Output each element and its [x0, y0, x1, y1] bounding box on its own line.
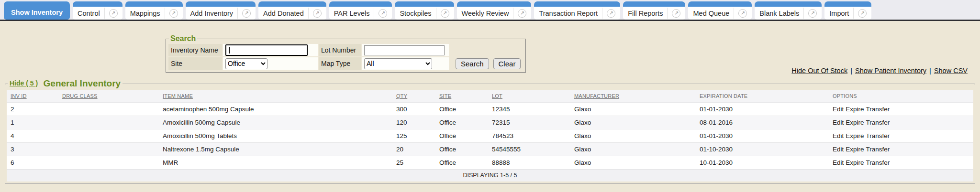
column-header-qty[interactable]: QTY	[392, 90, 435, 102]
link-show-patient-inventory[interactable]: Show Patient Inventory	[855, 67, 926, 75]
site-select[interactable]: Office	[225, 58, 267, 69]
option-transfer[interactable]: Transfer	[866, 146, 890, 153]
option-expire[interactable]: Expire	[846, 146, 864, 153]
cell-item-name: Naltrexone 1.5mg Capsule	[159, 142, 392, 156]
column-header-item-name[interactable]: ITEM NAME	[159, 90, 392, 102]
tab-control[interactable]: Control↗	[73, 1, 122, 20]
tab-divider	[436, 8, 436, 19]
cell-item-name: acetaminophen 500mg Capsule	[159, 102, 392, 116]
popout-icon[interactable]: ↗	[518, 9, 526, 18]
cell-lot: 88888	[488, 156, 570, 169]
general-inventory-title: General Inventory	[44, 78, 121, 88]
cell-lot: 12345	[488, 102, 570, 116]
popout-icon[interactable]: ↗	[313, 9, 322, 18]
popout-icon[interactable]: ↗	[858, 9, 867, 18]
link-show-csv[interactable]: Show CSV	[934, 67, 968, 75]
lot-number-cell	[362, 44, 449, 56]
tab-import[interactable]: Import↗	[824, 1, 871, 20]
table-row: 1Amoxicillin 500mg Capsule120Office72315…	[7, 116, 973, 129]
popout-icon[interactable]: ↗	[607, 9, 615, 18]
cell-qty: 20	[392, 142, 435, 156]
search-legend: Search	[169, 34, 197, 43]
tab-body: Add Donated↗	[258, 7, 326, 20]
cell-expiration-date: 08-01-2016	[696, 116, 829, 129]
header-row: INV IDDRUG CLASSITEM NAMEQTYSITELOTMANUF…	[7, 90, 973, 102]
tab-add-inventory[interactable]: Add Inventory↗	[186, 1, 256, 20]
tab-body: Import↗	[824, 7, 871, 20]
cell-options: EditExpireTransfer	[829, 102, 973, 116]
tab-med-queue[interactable]: Med Queue↗	[688, 1, 752, 20]
inventory-name-input[interactable]	[225, 44, 308, 56]
cell-expiration-date: 01-01-2030	[696, 102, 829, 116]
option-transfer[interactable]: Transfer	[866, 106, 890, 113]
option-edit[interactable]: Edit	[833, 146, 844, 153]
option-expire[interactable]: Expire	[846, 132, 864, 139]
cell-inv-id: 4	[7, 129, 58, 142]
link-hide-out-of-stock[interactable]: Hide Out Of Stock	[791, 67, 847, 75]
tab-blank-labels[interactable]: Blank Labels↗	[755, 1, 822, 20]
popout-icon[interactable]: ↗	[109, 9, 118, 18]
inventory-name-label: Inventory Name	[168, 44, 222, 56]
column-header-manufacturer[interactable]: MANUFACTURER	[570, 90, 696, 102]
cell-options: EditExpireTransfer	[829, 156, 973, 169]
tab-body: Weekly Review↗	[457, 7, 532, 20]
cell-lot: 54545555	[488, 142, 570, 156]
tab-body: PAR Levels↗	[329, 7, 392, 20]
option-expire[interactable]: Expire	[846, 119, 864, 126]
option-edit[interactable]: Edit	[833, 132, 844, 139]
column-header-inv-id[interactable]: INV ID	[7, 90, 58, 102]
tab-divider	[308, 8, 309, 19]
cell-site: Office	[435, 142, 488, 156]
option-transfer[interactable]: Transfer	[866, 159, 890, 166]
popout-icon[interactable]: ↗	[379, 9, 387, 18]
option-transfer[interactable]: Transfer	[866, 132, 890, 139]
popout-icon[interactable]: ↗	[738, 9, 747, 18]
tab-transaction-report[interactable]: Transaction Report↗	[534, 1, 620, 20]
column-header-drug-class[interactable]: DRUG CLASS	[58, 90, 159, 102]
footer-row: DISPLAYING 1-5 / 5	[7, 169, 973, 181]
tab-body: Control↗	[73, 7, 122, 20]
tab-label: Transaction Report	[539, 10, 598, 17]
tab-top-bar	[755, 1, 822, 7]
column-header-lot[interactable]: LOT	[488, 90, 570, 102]
popout-icon[interactable]: ↗	[441, 9, 449, 18]
tab-add-donated[interactable]: Add Donated↗	[258, 1, 326, 20]
cell-qty: 125	[392, 129, 435, 142]
tab-par-levels[interactable]: PAR Levels↗	[329, 1, 392, 20]
popout-icon[interactable]: ↗	[242, 9, 251, 18]
lot-number-input[interactable]	[364, 45, 445, 55]
cell-options: EditExpireTransfer	[829, 116, 973, 129]
column-header-site[interactable]: SITE	[435, 90, 488, 102]
tab-fill-reports[interactable]: Fill Reports↗	[623, 1, 685, 20]
inventory-table-head: INV IDDRUG CLASSITEM NAMEQTYSITELOTMANUF…	[7, 90, 973, 102]
link-separator: |	[929, 67, 931, 75]
search-button[interactable]: Search	[456, 58, 489, 69]
option-transfer[interactable]: Transfer	[866, 119, 890, 126]
tab-show-inventory[interactable]: Show Inventory	[4, 1, 70, 20]
hide-link[interactable]: Hide ( 5 )	[10, 79, 38, 87]
cell-item-name: MMR	[159, 156, 392, 169]
clear-button[interactable]: Clear	[493, 58, 521, 69]
cell-manufacturer: Glaxo	[570, 116, 696, 129]
option-expire[interactable]: Expire	[846, 106, 864, 113]
cell-item-name: Amoxicillin 500mg Capsule	[159, 116, 392, 129]
tab-stockpiles[interactable]: Stockpiles↗	[395, 1, 454, 20]
popout-icon[interactable]: ↗	[672, 9, 680, 18]
tab-body: Add Inventory↗	[186, 7, 256, 20]
popout-icon[interactable]: ↗	[808, 9, 817, 18]
tab-top-bar	[125, 1, 183, 7]
option-edit[interactable]: Edit	[833, 119, 844, 126]
tab-body: Blank Labels↗	[755, 7, 822, 20]
tab-top-bar	[4, 1, 70, 5]
tab-bar: Show InventoryControl↗Mappings↗Add Inven…	[0, 0, 980, 21]
option-expire[interactable]: Expire	[846, 159, 864, 166]
tab-weekly-review[interactable]: Weekly Review↗	[457, 1, 532, 20]
paging-status: DISPLAYING 1-5 / 5	[7, 169, 973, 181]
popout-icon[interactable]: ↗	[169, 9, 178, 18]
cell-site: Office	[435, 116, 488, 129]
cell-options: EditExpireTransfer	[829, 129, 973, 142]
map-type-select[interactable]: All	[364, 58, 432, 69]
tab-mappings[interactable]: Mappings↗	[125, 1, 183, 20]
option-edit[interactable]: Edit	[833, 106, 844, 113]
option-edit[interactable]: Edit	[833, 159, 844, 166]
